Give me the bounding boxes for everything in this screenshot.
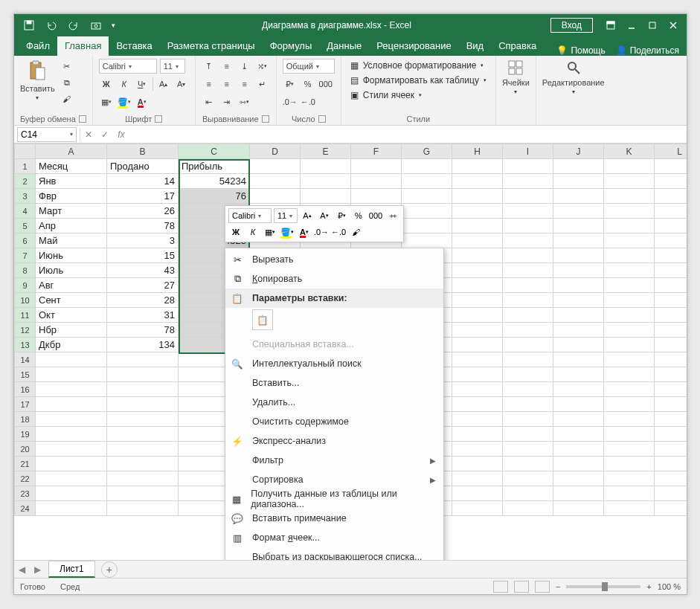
cell[interactable] — [503, 457, 553, 471]
cell[interactable] — [402, 159, 452, 174]
view-normal-button[interactable] — [493, 581, 508, 593]
align-left-button[interactable]: ≡ — [202, 77, 216, 91]
row-header[interactable]: 2 — [15, 174, 36, 189]
tab-page-layout[interactable]: Разметка страницы — [160, 36, 263, 56]
cell[interactable]: Дкбр — [36, 338, 107, 352]
zoom-slider[interactable] — [566, 585, 640, 588]
cell[interactable] — [452, 263, 503, 278]
paste-button[interactable]: Вставить▾ — [20, 59, 55, 106]
cell[interactable] — [553, 278, 604, 293]
cell[interactable] — [655, 457, 687, 471]
enter-formula-icon[interactable]: ✓ — [97, 129, 113, 140]
cell[interactable] — [553, 308, 604, 323]
cell[interactable] — [655, 308, 687, 323]
cell[interactable] — [301, 174, 351, 189]
cell[interactable] — [553, 501, 604, 516]
column-header[interactable]: B — [107, 144, 179, 159]
cell[interactable]: 43 — [107, 263, 179, 278]
cell[interactable] — [503, 382, 553, 397]
ctx-clear-contents[interactable]: Очистить содержимое — [225, 412, 443, 431]
cell[interactable]: Март — [36, 204, 107, 219]
ctx-paste-option-default[interactable]: 📋 — [252, 309, 273, 330]
number-launcher[interactable] — [318, 115, 326, 123]
ribbon-display-options-icon[interactable] — [600, 15, 621, 36]
cell[interactable] — [452, 427, 503, 442]
camera-icon[interactable] — [86, 15, 106, 36]
column-header[interactable]: D — [250, 144, 301, 159]
tab-formulas[interactable]: Формулы — [263, 36, 320, 56]
select-all-corner[interactable] — [15, 144, 36, 159]
cell[interactable] — [655, 367, 687, 382]
row-header[interactable]: 12 — [15, 323, 36, 338]
spreadsheet-grid[interactable]: ABCDEFGHIJKL1МесяцПроданоПрибыль2Янв1454… — [14, 144, 687, 560]
name-box[interactable]: C14▾ — [17, 127, 77, 142]
cell[interactable] — [655, 293, 687, 308]
mini-comma[interactable]: 000 — [368, 208, 383, 223]
row-header[interactable]: 7 — [15, 248, 36, 263]
cell[interactable] — [452, 204, 503, 219]
ctx-insert-comment[interactable]: 💬Вставить примечание — [225, 509, 443, 528]
copy-button[interactable]: ⧉ — [60, 75, 74, 90]
cell[interactable]: Май — [36, 233, 107, 248]
cell[interactable] — [452, 397, 503, 412]
cell-styles-button[interactable]: ▣Стили ячеек▾ — [347, 88, 489, 102]
cell[interactable] — [553, 367, 604, 382]
ctx-insert[interactable]: Вставить... — [225, 373, 443, 393]
cell[interactable] — [604, 427, 655, 442]
cell[interactable] — [553, 189, 604, 204]
row-header[interactable]: 20 — [15, 442, 36, 457]
cell[interactable] — [503, 174, 553, 189]
cell[interactable] — [402, 219, 452, 233]
currency-button[interactable]: ₽▾ — [283, 77, 298, 91]
decrease-font-button[interactable]: A▾ — [174, 77, 189, 91]
cell[interactable] — [351, 189, 402, 204]
cell[interactable] — [553, 442, 604, 457]
merge-button[interactable]: ⇿▾ — [237, 94, 252, 109]
cell[interactable] — [655, 397, 687, 412]
cell[interactable] — [452, 457, 503, 471]
cell[interactable] — [503, 308, 553, 323]
mini-inc-decimal[interactable]: .0→ — [314, 225, 329, 239]
cell[interactable] — [604, 248, 655, 263]
mini-fill-color[interactable]: 🪣▾ — [280, 225, 295, 239]
row-header[interactable]: 11 — [15, 308, 36, 323]
fill-color-button[interactable]: 🪣▾ — [117, 94, 132, 109]
cell[interactable] — [452, 233, 503, 248]
cell[interactable] — [503, 352, 553, 367]
mini-increase-font[interactable]: A▴ — [300, 208, 315, 223]
cell[interactable]: Сент — [36, 293, 107, 308]
cell[interactable] — [402, 204, 452, 219]
minimize-icon[interactable] — [621, 15, 642, 36]
cell[interactable] — [655, 352, 687, 367]
tab-home[interactable]: Главная — [57, 36, 109, 56]
cell[interactable]: Фвр — [36, 189, 107, 204]
cell[interactable] — [604, 293, 655, 308]
cell[interactable] — [655, 248, 687, 263]
cell[interactable] — [452, 219, 503, 233]
column-header[interactable]: H — [452, 144, 503, 159]
close-icon[interactable] — [663, 15, 684, 36]
cell[interactable] — [604, 471, 655, 486]
cell[interactable] — [503, 397, 553, 412]
column-header[interactable]: L — [655, 144, 687, 159]
orientation-button[interactable]: ⤭▾ — [255, 59, 270, 74]
cells-format-button[interactable]: Ячейки▾ — [502, 59, 530, 95]
row-header[interactable]: 1 — [15, 159, 36, 174]
cell[interactable] — [503, 442, 553, 457]
cell[interactable] — [107, 367, 179, 382]
cell[interactable] — [553, 263, 604, 278]
row-header[interactable]: 4 — [15, 204, 36, 219]
cell[interactable] — [503, 263, 553, 278]
cell[interactable] — [402, 189, 452, 204]
increase-indent-button[interactable]: ⇥ — [219, 94, 234, 109]
column-header[interactable]: A — [36, 144, 107, 159]
cell[interactable] — [655, 189, 687, 204]
cell[interactable] — [604, 233, 655, 248]
cell[interactable] — [36, 427, 107, 442]
mini-bold[interactable]: Ж — [228, 225, 243, 239]
cell[interactable] — [250, 159, 301, 174]
cell[interactable] — [250, 174, 301, 189]
cell[interactable] — [36, 382, 107, 397]
ctx-sort[interactable]: Сортировка▶ — [225, 470, 443, 489]
cell[interactable] — [553, 323, 604, 338]
